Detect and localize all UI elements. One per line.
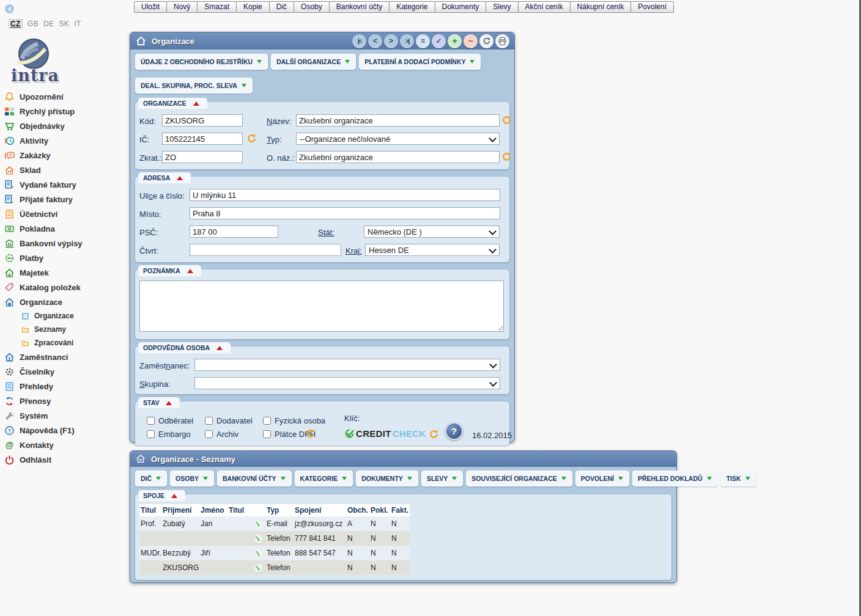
sidebar-item-objednavky[interactable]: Objednávky xyxy=(4,119,127,133)
delete-button[interactable]: Smazat xyxy=(197,1,237,13)
platce-dph-checkbox[interactable] xyxy=(263,430,271,438)
table-row[interactable]: ZKUSORG Telefon N N N xyxy=(139,560,410,575)
archiv-checkbox[interactable] xyxy=(205,430,213,438)
tab-obchodni-rejstrik[interactable]: ÚDAJE Z OBCHODNÍHO REJSTŘÍKU xyxy=(135,54,268,70)
lang-cz[interactable]: CZ xyxy=(9,19,23,29)
poznamka-textarea[interactable] xyxy=(139,280,504,332)
kategorie-button[interactable]: KATEGORIE xyxy=(295,471,353,486)
misto-input[interactable] xyxy=(190,207,500,219)
sidebar-subitem-zpracovani[interactable]: Zpracování xyxy=(4,336,127,350)
nazev-input[interactable] xyxy=(296,114,500,127)
creditcheck-refresh-icon[interactable] xyxy=(429,429,439,439)
prehled-dokladu-button[interactable]: PŘEHLED DOKLADŮ xyxy=(632,471,718,486)
skupina-select[interactable] xyxy=(194,377,500,389)
add-record-button[interactable]: + xyxy=(448,34,462,48)
ctvrt-input[interactable] xyxy=(190,244,341,256)
dic-button[interactable]: DIČ xyxy=(135,471,167,486)
sidebar-item-prehledy[interactable]: Přehledy xyxy=(4,379,127,394)
categories-button[interactable]: Kategorie xyxy=(389,1,435,13)
app-logo[interactable]: intra xyxy=(13,38,75,85)
dph-refresh-icon[interactable] xyxy=(305,428,316,439)
print-button[interactable] xyxy=(495,34,509,48)
fyzicka-osoba-checkbox[interactable] xyxy=(263,417,271,425)
zkrat-input[interactable] xyxy=(162,151,243,163)
odberatel-checkbox[interactable] xyxy=(147,417,155,425)
nazev-refresh-icon[interactable] xyxy=(501,115,512,125)
documents-button[interactable]: Dokumenty xyxy=(435,1,487,13)
sidebar-subitem-seznamy[interactable]: Seznamy xyxy=(4,323,127,336)
kod-input[interactable] xyxy=(162,114,243,127)
section-odpovedna-osoba-tab[interactable]: ODPOVĚDNÁ OSOBA xyxy=(138,342,231,353)
lang-it[interactable]: IT xyxy=(74,20,81,28)
confirm-button[interactable]: ✓ xyxy=(432,34,446,48)
section-spoje-tab[interactable]: SPOJE xyxy=(138,490,185,501)
lang-gb[interactable]: GB xyxy=(28,20,39,28)
typ-select[interactable]: --Organizace nečíslované xyxy=(296,133,500,145)
sidebar-item-rychly-pristup[interactable]: Rychlý přístup xyxy=(4,104,127,119)
sidebar-item-ciselniky[interactable]: Číselníky xyxy=(4,364,127,379)
vat-id-button[interactable]: Dič xyxy=(269,1,294,13)
persons-button[interactable]: Osoby xyxy=(294,1,330,13)
sidebar-item-prenosy[interactable]: Přenosy xyxy=(4,394,127,408)
remove-record-button[interactable]: − xyxy=(464,34,478,48)
table-row[interactable]: MUDr. Bezzubý Jiří Telefon 888 547 547 N… xyxy=(139,546,410,560)
kraj-select[interactable]: Hessen DE xyxy=(365,244,500,256)
onaz-refresh-icon[interactable] xyxy=(501,152,512,162)
new-button[interactable]: Nový xyxy=(166,1,198,13)
sidebar-item-zakazky[interactable]: Zakázky xyxy=(4,148,127,163)
sidebar-item-katalog-polozek[interactable]: Katalog položek xyxy=(4,280,127,295)
lang-de[interactable]: DE xyxy=(43,20,54,28)
kraj-label[interactable]: Kraj: xyxy=(346,246,362,255)
sidebar-item-sklad[interactable]: Sklad xyxy=(4,163,127,177)
sidebar-item-napoveda[interactable]: ? Nápověda (F1) xyxy=(4,423,127,438)
povoleni-button[interactable]: POVOLENÍ xyxy=(575,471,629,486)
discounts-button[interactable]: Slevy xyxy=(486,1,518,13)
sidebar-item-system[interactable]: Systém xyxy=(4,408,127,423)
ic-refresh-icon[interactable] xyxy=(246,133,257,144)
sidebar-item-pokladna[interactable]: Pokladna xyxy=(4,221,127,236)
osoby-button[interactable]: OSOBY xyxy=(170,471,214,486)
promo-pricelist-button[interactable]: Akční ceník xyxy=(518,1,571,13)
sidebar-item-kontakty[interactable]: @ Kontakty xyxy=(4,438,127,452)
next-record-button[interactable]: > xyxy=(384,34,398,48)
lang-sk[interactable]: SK xyxy=(59,20,69,28)
copy-button[interactable]: Kopie xyxy=(236,1,270,13)
bank-accounts-button[interactable]: Bankovní účty xyxy=(329,1,390,13)
sidebar-item-prijate-faktury[interactable]: Přijaté faktury xyxy=(4,192,127,207)
save-button[interactable]: Uložit xyxy=(134,1,167,13)
tab-platebni-podminky[interactable]: PLATEBNÍ A DODACÍ PODMÍNKY xyxy=(359,54,481,70)
dokumenty-button[interactable]: DOKUMENTY xyxy=(356,471,418,486)
table-row[interactable]: Prof. Zubatý Jan E-mail jz@zkusorg.cz A … xyxy=(139,516,410,531)
section-adresa-tab[interactable]: ADRESA xyxy=(138,172,191,183)
bankovni-ucty-button[interactable]: BANKOVNÍ ÚČTY xyxy=(217,471,292,486)
sidebar-item-bankovni-vypisy[interactable]: Bankovní výpisy xyxy=(4,236,127,251)
last-record-button[interactable]: >| xyxy=(400,34,414,48)
tab-dalsi-organizace[interactable]: DALŠÍ ORGANIZACE xyxy=(271,54,356,70)
sidebar-item-zamestnanci[interactable]: Zaměstnanci xyxy=(4,350,127,364)
tab-deal-skupina[interactable]: DEAL. SKUPINA, PROC. SLEVA xyxy=(135,78,253,94)
onaz-input[interactable] xyxy=(296,151,500,163)
sidebar-item-platby[interactable]: Platby xyxy=(4,251,127,265)
first-record-button[interactable]: |< xyxy=(352,34,366,48)
ulice-input[interactable] xyxy=(190,189,500,201)
souvisejici-organizace-button[interactable]: SOUVISEJÍCÍ ORGANIZACE xyxy=(466,471,572,486)
table-row[interactable]: Telefon 777 841 841 N N N xyxy=(139,531,410,546)
purchase-pricelist-button[interactable]: Nákupní ceník xyxy=(570,1,632,13)
section-poznamka-tab[interactable]: POZNÁMKA xyxy=(138,265,201,276)
permissions-button[interactable]: Povolení xyxy=(630,1,674,13)
sidebar-subitem-organizace[interactable]: Organizace xyxy=(4,309,127,323)
stat-label[interactable]: Stát: xyxy=(318,228,334,237)
section-stav-tab[interactable]: STAV xyxy=(138,397,180,408)
psc-input[interactable] xyxy=(190,226,278,238)
section-organizace-tab[interactable]: ORGANIZACE xyxy=(138,98,207,109)
sidebar-item-organizace[interactable]: Organizace xyxy=(4,295,127,309)
ic-input[interactable] xyxy=(162,133,243,145)
prev-record-button[interactable]: < xyxy=(368,34,382,48)
embargo-checkbox[interactable] xyxy=(147,430,155,438)
refresh-button[interactable] xyxy=(479,34,493,48)
sidebar-item-vydane-faktury[interactable]: Vydané faktury xyxy=(4,177,127,192)
sidebar-item-aktivity[interactable]: Aktivity xyxy=(4,133,127,148)
zamestnanec-select[interactable] xyxy=(194,359,500,371)
sidebar-item-majetek[interactable]: Majetek xyxy=(4,265,127,280)
slevy-button[interactable]: SLEVY xyxy=(421,471,463,486)
